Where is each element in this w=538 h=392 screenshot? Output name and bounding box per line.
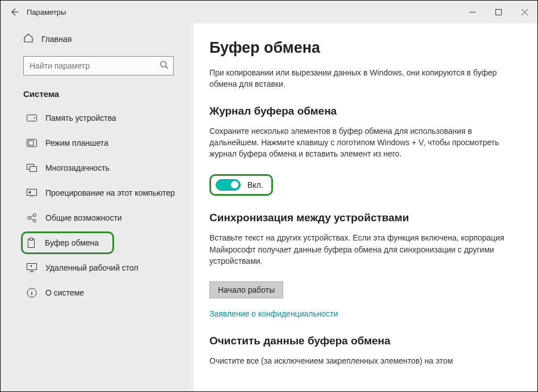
history-section-title: Журнал буфера обмена	[209, 105, 520, 117]
search-icon	[159, 60, 169, 71]
content-area: Буфер обмена При копировании или вырезан…	[194, 23, 537, 391]
toggle-knob	[231, 181, 238, 188]
history-toggle[interactable]	[216, 179, 241, 191]
history-section-desc: Сохраните несколько элементов в буфер об…	[209, 125, 505, 160]
home-label: Главная	[41, 35, 72, 44]
shared-icon	[26, 212, 37, 224]
sidebar-item-multitask[interactable]: Многозадачность	[21, 157, 186, 179]
sidebar: Главная Система Память устройства Режим …	[1, 23, 194, 391]
minimize-button[interactable]	[459, 1, 485, 23]
sidebar-item-remote-desktop[interactable]: Удаленный рабочий стол	[21, 256, 186, 279]
maximize-button[interactable]	[485, 1, 511, 23]
clear-section-desc: Очистите все (за исключением закрепленны…	[209, 355, 505, 366]
window-title: Параметры	[27, 8, 66, 16]
page-title: Буфер обмена	[209, 39, 520, 57]
sidebar-item-storage[interactable]: Память устройства	[21, 107, 186, 129]
sync-section-title: Синхронизация между устройствами	[209, 212, 520, 224]
storage-icon	[26, 112, 37, 124]
close-button[interactable]	[511, 1, 537, 23]
svg-rect-13	[30, 238, 33, 241]
svg-rect-0	[495, 9, 501, 15]
svg-point-9	[28, 217, 31, 220]
sidebar-item-label: Память устройства	[45, 113, 116, 123]
clear-section-title: Очистить данные буфера обмена	[209, 335, 520, 347]
svg-rect-5	[28, 141, 33, 145]
svg-rect-7	[30, 167, 37, 172]
sidebar-item-label: Проецирование на этот компьютер	[45, 188, 175, 197]
svg-point-3	[34, 117, 35, 119]
sidebar-item-shared[interactable]: Общие возможности	[21, 206, 186, 229]
search-box[interactable]	[23, 56, 174, 75]
sidebar-item-tablet[interactable]: Режим планшета	[21, 132, 186, 154]
clipboard-icon	[26, 237, 37, 248]
page-intro: При копировании или вырезании данных в W…	[209, 67, 505, 90]
multitask-icon	[26, 162, 37, 174]
home-link[interactable]: Главная	[23, 29, 186, 49]
sidebar-item-label: Буфер обмена	[45, 238, 99, 247]
nav-group-label: Система	[23, 89, 186, 99]
sidebar-item-projecting[interactable]: Проецирование на этот компьютер	[21, 182, 186, 204]
history-toggle-label: Вкл.	[247, 180, 263, 189]
search-input[interactable]	[30, 61, 159, 70]
sidebar-item-label: Режим планшета	[45, 138, 108, 147]
sync-section-desc: Вставьте текст на других устройствах. Ес…	[209, 232, 505, 267]
sidebar-item-clipboard[interactable]: Буфер обмена	[21, 231, 114, 254]
sidebar-item-label: Удаленный рабочий стол	[45, 263, 138, 272]
back-button[interactable]	[9, 7, 20, 16]
info-icon	[26, 287, 37, 298]
svg-point-11	[33, 220, 36, 222]
home-icon	[23, 33, 33, 45]
sidebar-item-label: Многозадачность	[45, 163, 110, 172]
sidebar-item-label: О системе	[45, 288, 84, 297]
titlebar: Параметры	[1, 1, 537, 23]
tablet-icon	[26, 137, 37, 149]
privacy-link[interactable]: Заявление о конфиденциальности	[209, 309, 338, 318]
svg-point-10	[33, 214, 36, 217]
remote-desktop-icon	[26, 262, 37, 273]
projecting-icon	[26, 187, 37, 199]
sidebar-item-label: Общие возможности	[45, 213, 122, 222]
get-started-button[interactable]: Начало работы	[209, 281, 283, 298]
history-toggle-highlight: Вкл.	[209, 174, 273, 196]
sidebar-item-about[interactable]: О системе	[21, 281, 186, 304]
svg-point-1	[161, 61, 166, 67]
